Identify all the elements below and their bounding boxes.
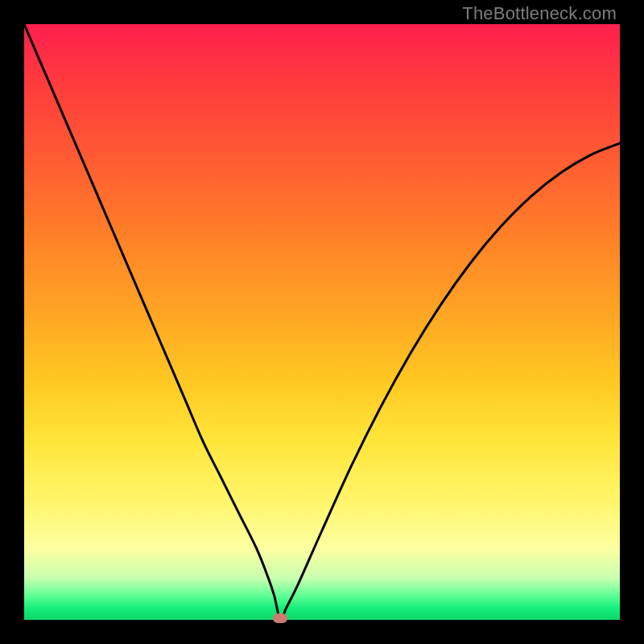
plot-area [24,24,620,620]
bottleneck-curve [24,24,620,620]
optimum-marker [273,613,287,623]
watermark-text: TheBottleneck.com [462,3,617,24]
chart-frame: TheBottleneck.com [0,0,644,644]
